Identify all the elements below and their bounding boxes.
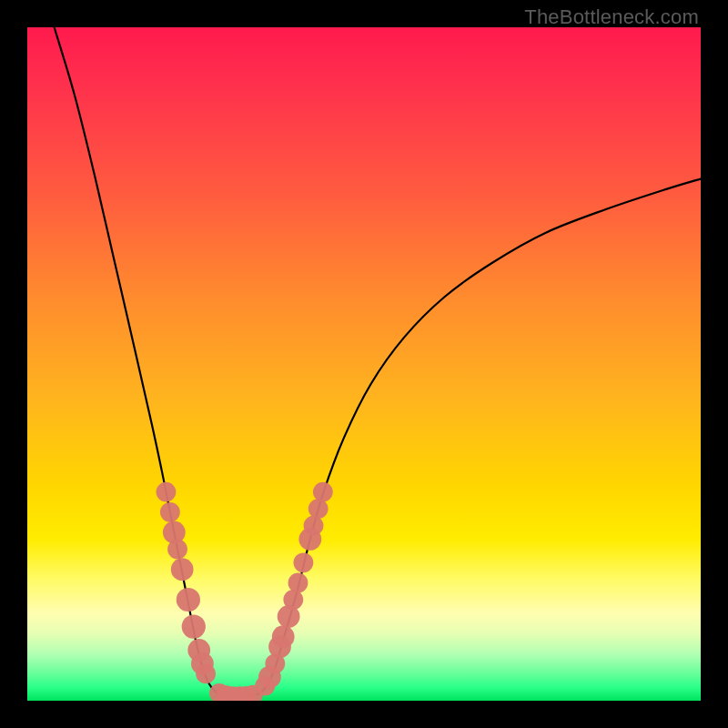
curve-marker [167, 540, 187, 560]
curve-marker [157, 482, 177, 502]
curve-marker [313, 482, 333, 502]
curve-marker [304, 516, 324, 536]
curve-marker [171, 558, 194, 581]
curve-markers [157, 482, 333, 701]
curve-marker [177, 588, 200, 612]
curve-marker [288, 573, 308, 593]
curve-marker [294, 552, 314, 572]
curve-marker [308, 499, 329, 519]
plot-area [27, 27, 701, 701]
curve-marker [272, 625, 295, 648]
curve-layer [27, 27, 701, 701]
curve-marker [160, 502, 180, 522]
curve-marker [283, 590, 303, 610]
curve-marker [182, 614, 206, 638]
watermark-text: TheBottleneck.com [524, 5, 699, 29]
bottleneck-curve [55, 27, 701, 697]
chart-frame: TheBottleneck.com [0, 0, 728, 728]
curve-marker [196, 664, 216, 684]
